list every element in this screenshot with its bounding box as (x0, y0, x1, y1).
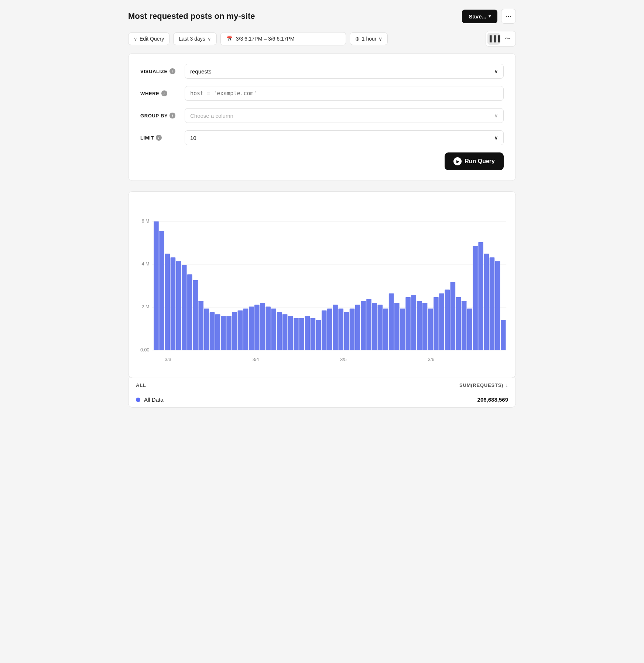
bar[interactable] (366, 299, 371, 350)
bar[interactable] (198, 301, 203, 350)
bar[interactable] (226, 316, 232, 350)
all-data-label: All Data (136, 396, 164, 403)
all-data-value: 206,688,569 (477, 396, 508, 403)
bar[interactable] (405, 297, 411, 350)
bar[interactable] (350, 309, 355, 350)
bar[interactable] (221, 316, 226, 350)
toolbar: ∨ Edit Query Last 3 days ∨ 📅 3/3 6:17PM … (128, 31, 516, 47)
bar[interactable] (378, 305, 383, 350)
chevron-down-icon: ∨ (494, 112, 498, 119)
bar[interactable] (361, 301, 366, 350)
bar[interactable] (338, 309, 343, 350)
limit-label: LIMIT i (140, 135, 177, 141)
bar[interactable] (260, 303, 265, 350)
bar[interactable] (238, 310, 243, 350)
bar[interactable] (159, 231, 164, 350)
limit-select[interactable]: 10 ∨ (185, 130, 504, 145)
where-info-icon[interactable]: i (161, 90, 167, 96)
group-by-info-icon[interactable]: i (169, 113, 175, 118)
bar[interactable] (305, 316, 310, 350)
bar[interactable] (389, 293, 394, 350)
group-by-select[interactable]: Choose a column ∨ (185, 108, 504, 123)
chevron-down-icon: ∨ (494, 68, 498, 75)
bar[interactable] (467, 309, 472, 350)
group-by-placeholder: Choose a column (190, 113, 233, 119)
visualize-row: VISUALIZE i requests ∨ (140, 64, 504, 79)
bar[interactable] (484, 254, 489, 350)
edit-query-button[interactable]: ∨ Edit Query (128, 32, 169, 45)
bar[interactable] (456, 297, 461, 350)
date-window-button[interactable]: 📅 3/3 6:17PM – 3/6 6:17PM (220, 32, 346, 45)
bar[interactable] (428, 309, 433, 350)
header-actions: Save... ▾ ⋯ (462, 9, 516, 24)
bar-chart-view-button[interactable]: ▐▐▐ (487, 33, 500, 45)
bar[interactable] (422, 303, 428, 350)
bar[interactable] (182, 265, 187, 350)
bar[interactable] (394, 303, 400, 350)
save-button[interactable]: Save... ▾ (462, 10, 497, 23)
bar[interactable] (193, 280, 198, 350)
visualize-select[interactable]: requests ∨ (185, 64, 504, 79)
bar[interactable] (316, 320, 321, 350)
bar[interactable] (299, 318, 304, 350)
bar[interactable] (327, 309, 332, 350)
bar[interactable] (311, 318, 316, 350)
bar[interactable] (204, 309, 209, 350)
bar[interactable] (154, 221, 159, 350)
bar[interactable] (282, 314, 288, 350)
bar[interactable] (473, 246, 478, 350)
bar[interactable] (383, 309, 388, 350)
bar[interactable] (462, 301, 467, 350)
bar[interactable] (277, 312, 282, 350)
line-chart-view-button[interactable]: 〜 (501, 33, 514, 45)
bar[interactable] (439, 293, 444, 350)
bar[interactable] (266, 307, 271, 350)
bar[interactable] (254, 305, 260, 350)
bar[interactable] (210, 312, 215, 350)
line-chart-icon: 〜 (505, 35, 511, 43)
bar[interactable] (243, 309, 249, 350)
bar[interactable] (271, 309, 276, 350)
bar[interactable] (294, 318, 299, 350)
sort-icon[interactable]: ↓ (506, 383, 508, 388)
bar[interactable] (445, 289, 450, 350)
edit-query-label: Edit Query (140, 36, 164, 42)
more-options-button[interactable]: ⋯ (501, 9, 516, 24)
query-panel: VISUALIZE i requests ∨ WHERE i GROUP BY … (128, 53, 516, 181)
visualize-info-icon[interactable]: i (169, 68, 175, 74)
bar[interactable] (434, 297, 439, 350)
bar[interactable] (288, 316, 293, 350)
interval-button[interactable]: ⊕ 1 hour ∨ (350, 32, 388, 45)
bar[interactable] (501, 320, 506, 350)
bar[interactable] (400, 309, 405, 350)
view-toggle: ▐▐▐ 〜 (486, 31, 516, 47)
bar[interactable] (165, 254, 170, 350)
bar[interactable] (187, 274, 192, 350)
bar[interactable] (176, 261, 181, 350)
bar[interactable] (344, 312, 349, 350)
bar[interactable] (495, 261, 500, 350)
bar[interactable] (490, 257, 495, 350)
chevron-down-icon: ∨ (378, 36, 382, 42)
bar[interactable] (333, 305, 338, 350)
date-range-button[interactable]: Last 3 days ∨ (173, 32, 217, 45)
chart-container: 6 M 4 M 2 M 0.00 3/3 3/4 3/5 3/6 (128, 191, 516, 378)
x-label-36: 3/6 (428, 357, 435, 362)
bar[interactable] (411, 295, 416, 350)
bar[interactable] (322, 310, 327, 350)
bar[interactable] (232, 312, 237, 350)
bar[interactable] (417, 301, 422, 350)
table-footer: ALL SUM(REQUESTS) ↓ All Data 206,688,569 (128, 378, 516, 408)
run-query-button[interactable]: Run Query (445, 152, 504, 170)
bar[interactable] (249, 307, 254, 350)
bar[interactable] (171, 257, 176, 350)
chart-area: 6 M 4 M 2 M 0.00 3/3 3/4 3/5 3/6 (132, 199, 508, 378)
bar[interactable] (451, 282, 456, 350)
bar[interactable] (372, 303, 377, 350)
x-label-35: 3/5 (340, 357, 347, 362)
bar[interactable] (355, 305, 360, 350)
bar[interactable] (215, 314, 220, 350)
limit-info-icon[interactable]: i (156, 135, 162, 141)
bar[interactable] (478, 242, 483, 350)
where-input[interactable] (185, 86, 504, 101)
